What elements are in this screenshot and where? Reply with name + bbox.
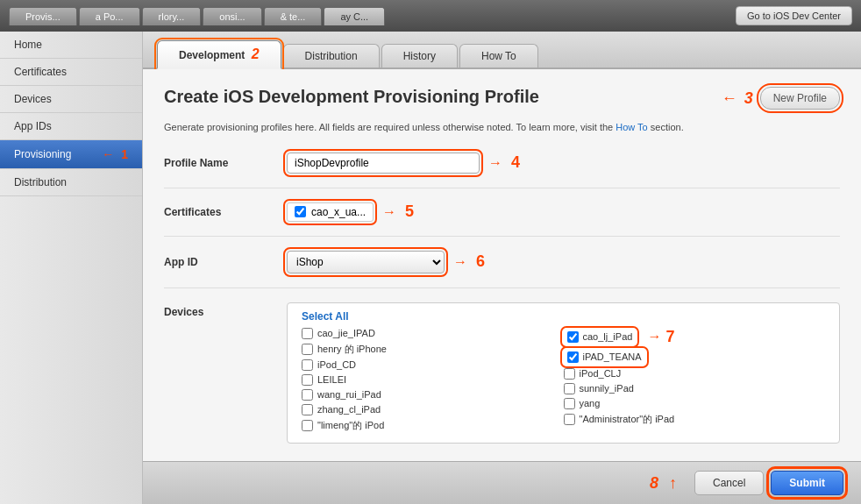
profile-name-input[interactable] xyxy=(287,153,480,174)
sidebar-item-provisioning[interactable]: Provisioning ← 1 xyxy=(0,140,142,169)
device-cao-jie-checkbox[interactable] xyxy=(302,328,313,339)
device-administrator: "Administrator"的 iPad xyxy=(564,413,826,426)
app-id-controls: iShop → 6 xyxy=(287,251,485,273)
page-footer: 8 ↑ Cancel Submit xyxy=(143,461,861,504)
devices-col-1: cao_jie_IPAD henry 的 iPhone iPod_CD xyxy=(302,328,564,436)
device-ipod-clj-label: iPod_CLJ xyxy=(580,368,622,379)
sidebar-item-home[interactable]: Home xyxy=(0,32,142,59)
description-text: Generate provisioning profiles here. All… xyxy=(164,120,840,135)
device-cao-lj-label: cao_lj_iPad xyxy=(583,331,633,342)
devices-list: Select All cao_jie_IPAD henry 的 xyxy=(287,302,840,444)
tab-development[interactable]: Development 2 xyxy=(157,40,281,69)
annotation-3-arrow: ← xyxy=(722,89,737,108)
device-yang: yang xyxy=(564,398,826,409)
devices-section: Devices Select All cao_jie_IPAD xyxy=(164,302,840,444)
device-henry: henry 的 iPhone xyxy=(302,343,564,356)
annotation-8-arrow: ↑ xyxy=(669,474,677,493)
devices-col-2: cao_lj_iPad → 7 iPAD_TEANA xyxy=(564,328,826,436)
device-zhang-cl-checkbox[interactable] xyxy=(302,404,313,415)
tab-history[interactable]: History xyxy=(381,44,458,67)
annotation-6: 6 xyxy=(476,252,485,271)
device-administrator-label: "Administrator"的 iPad xyxy=(580,413,675,426)
device-wang-rui: wang_rui_iPad xyxy=(302,389,564,401)
annotation-4: 4 xyxy=(511,153,520,172)
top-nav-tab-3[interactable]: rlory... xyxy=(142,7,202,25)
device-wang-rui-checkbox[interactable] xyxy=(302,389,313,401)
certificates-label: Certificates xyxy=(164,206,287,218)
description-main: Generate provisioning profiles here. All… xyxy=(164,122,613,132)
how-to-link[interactable]: How To xyxy=(616,122,647,132)
device-ipad-teana: iPAD_TEANA xyxy=(564,350,645,365)
page-title: Create iOS Development Provisioning Prof… xyxy=(164,87,539,107)
device-ipod-cd-label: iPod_CD xyxy=(317,359,356,370)
tab-howto[interactable]: How To xyxy=(459,44,538,67)
certificates-controls: cao_x_ua... → 5 xyxy=(287,202,414,222)
device-ipod-clj-checkbox[interactable] xyxy=(564,368,575,380)
device-zhang-cl: zhang_cl_iPad xyxy=(302,404,564,415)
main-layout: Home Certificates Devices App IDs Provis… xyxy=(0,32,861,504)
device-limeng-label: "limeng"的 iPod xyxy=(317,419,384,432)
top-nav-tab-6[interactable]: ay C... xyxy=(324,7,385,25)
device-yang-checkbox[interactable] xyxy=(564,398,575,409)
device-cao-lj-checkbox[interactable] xyxy=(567,331,579,343)
annotation-7-arrow: → xyxy=(647,329,661,344)
tab-distribution[interactable]: Distribution xyxy=(283,44,380,67)
description-end: section. xyxy=(651,122,684,132)
device-ipod-cd: iPod_CD xyxy=(302,359,564,371)
device-henry-label: henry 的 iPhone xyxy=(317,343,387,356)
new-profile-button[interactable]: New Profile xyxy=(760,87,840,110)
devices-columns: cao_jie_IPAD henry 的 iPhone iPod_CD xyxy=(302,328,825,436)
device-limeng: "limeng"的 iPod xyxy=(302,419,564,432)
app-id-row: App ID iShop → 6 xyxy=(164,251,840,288)
certificates-row: Certificates cao_x_ua... → 5 xyxy=(164,202,840,237)
annotation-4-arrow: → xyxy=(488,155,502,171)
device-ipod-cd-checkbox[interactable] xyxy=(302,359,313,371)
device-ipad-teana-checkbox[interactable] xyxy=(567,351,579,363)
device-limeng-checkbox[interactable] xyxy=(302,420,313,431)
device-henry-checkbox[interactable] xyxy=(302,344,313,355)
page-body: Create iOS Development Provisioning Prof… xyxy=(143,69,861,461)
content-area: Development 2 Distribution History How T… xyxy=(143,32,861,504)
annotation-8: 8 xyxy=(650,474,658,493)
tab-history-label: History xyxy=(403,50,436,62)
top-nav-tabs: Provis... a Po... rlory... onsi... & te.… xyxy=(9,7,385,25)
sidebar-item-provisioning-label: Provisioning xyxy=(14,148,71,160)
top-nav-tab-1[interactable]: Provis... xyxy=(9,7,77,25)
go-to-dev-center-button[interactable]: Go to iOS Dev Center xyxy=(736,6,852,25)
device-cao-jie-label: cao_jie_IPAD xyxy=(317,328,375,338)
submit-button[interactable]: Submit xyxy=(771,471,843,495)
select-all-link[interactable]: Select All xyxy=(302,310,825,323)
sidebar-item-appids[interactable]: App IDs xyxy=(0,113,142,140)
app-id-select[interactable]: iShop xyxy=(287,251,445,273)
device-sunnily-checkbox[interactable] xyxy=(564,383,575,394)
annotation-3: 3 xyxy=(744,89,753,108)
sidebar-item-distribution[interactable]: Distribution xyxy=(0,169,142,196)
top-nav-bar: Provis... a Po... rlory... onsi... & te.… xyxy=(0,0,861,32)
device-ipod-clj: iPod_CLJ xyxy=(564,368,826,380)
certificate-checkbox[interactable] xyxy=(295,206,306,217)
device-leilei: LEILEI xyxy=(302,374,564,386)
device-zhang-cl-label: zhang_cl_iPad xyxy=(317,404,381,415)
device-sunnily-label: sunnily_iPad xyxy=(580,383,634,394)
profile-name-label: Profile Name xyxy=(164,157,287,169)
sidebar: Home Certificates Devices App IDs Provis… xyxy=(0,32,143,504)
device-leilei-checkbox[interactable] xyxy=(302,374,313,386)
sidebar-arrow-icon: ← xyxy=(102,147,114,161)
annotation-5: 5 xyxy=(405,202,414,221)
cancel-button[interactable]: Cancel xyxy=(694,471,764,495)
annotation-7: 7 xyxy=(665,328,674,346)
top-nav-tab-5[interactable]: & te... xyxy=(264,7,323,25)
device-wang-rui-label: wang_rui_iPad xyxy=(317,389,381,400)
device-sunnily: sunnily_iPad xyxy=(564,383,826,394)
cao-lj-wrap: cao_lj_iPad xyxy=(564,330,637,344)
top-nav-tab-4[interactable]: onsi... xyxy=(203,7,261,25)
device-administrator-checkbox[interactable] xyxy=(564,414,575,425)
tab-bar: Development 2 Distribution History How T… xyxy=(143,32,861,69)
device-yang-label: yang xyxy=(580,398,601,408)
top-nav-tab-2[interactable]: a Po... xyxy=(79,7,140,25)
device-cao-jie: cao_jie_IPAD xyxy=(302,328,564,339)
sidebar-item-devices[interactable]: Devices xyxy=(0,86,142,113)
devices-label: Devices xyxy=(164,302,287,318)
sidebar-item-certificates[interactable]: Certificates xyxy=(0,59,142,86)
device-ipad-teana-label: iPAD_TEANA xyxy=(583,351,642,362)
